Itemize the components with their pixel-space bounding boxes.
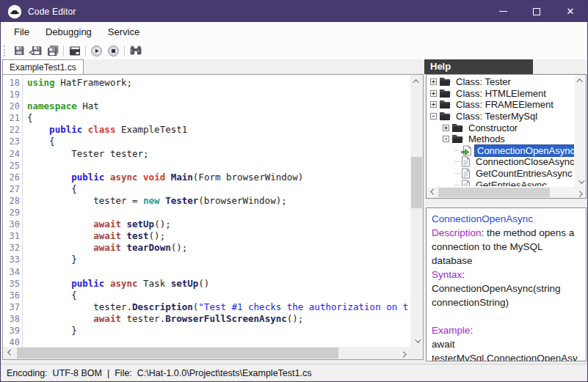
tree-item-label[interactable]: Class: FRAMEElement	[454, 99, 556, 110]
code-line: Tester tester;	[27, 148, 410, 160]
tree-item-label[interactable]: GetCountEntriesAsync	[473, 168, 574, 179]
description-line: Example:	[432, 323, 581, 337]
menubar: FileDebuggingService	[1, 22, 587, 42]
tree-item[interactable]: GetEntriesAsync	[427, 179, 574, 186]
editor-vertical-scrollbar[interactable]	[410, 75, 423, 347]
encoding-label: Encoding:	[7, 368, 48, 378]
main-area: 1819202122232425262728293031323334353637…	[1, 74, 587, 364]
file-path: C:\Hat-1.0.0\Project\tests\ExampleTest1.…	[137, 368, 312, 378]
close-button[interactable]: ✕	[553, 1, 587, 22]
menu-item-service[interactable]: Service	[100, 23, 148, 41]
scroll-down-button[interactable]	[410, 334, 423, 347]
tree-item-label[interactable]: Class: TesterMySql	[454, 111, 540, 122]
tree-horizontal-scroll-thumb[interactable]	[438, 188, 550, 197]
collapse-icon[interactable]: -	[430, 113, 437, 120]
tree-item-label[interactable]: Constructor	[466, 122, 520, 133]
tree-item[interactable]: +Class: HTMLElement	[427, 88, 574, 100]
code-surface[interactable]: 1819202122232425262728293031323334353637…	[3, 75, 410, 347]
save-all-icon[interactable]	[44, 43, 61, 59]
line-number: 28	[3, 195, 20, 207]
code-line: public async Task setUp()	[27, 278, 410, 290]
app-hat-icon	[7, 4, 22, 19]
scroll-right-button[interactable]	[398, 347, 410, 359]
tree-vertical-scrollbar[interactable]	[575, 75, 586, 187]
code-lines: using HatFramework; namespace Hat{ publi…	[23, 75, 410, 347]
tree-connector	[455, 150, 460, 151]
expand-icon[interactable]: +	[430, 101, 437, 108]
tree-item[interactable]: +Class: FRAMEElement	[427, 99, 574, 111]
description-line: testerMySql.ConnectionOpenAsync("server=	[432, 351, 581, 361]
folder-icon	[439, 89, 451, 98]
save-icon[interactable]	[10, 43, 27, 59]
code-line: {	[27, 290, 410, 301]
line-number: 21	[3, 112, 20, 124]
tree-item-label[interactable]: GetEntriesAsync	[473, 180, 549, 186]
chevron-right-icon	[576, 191, 582, 196]
expand-icon[interactable]: +	[430, 78, 437, 85]
code-line: }	[27, 325, 410, 337]
code-line: tester.Description("Test #1 checks the a…	[27, 301, 410, 313]
description-line: Syntax: ConnectionOpenAsync(string conne…	[432, 268, 581, 309]
description-line: Description: the method opens a connecti…	[432, 226, 581, 268]
line-number: 36	[3, 290, 20, 301]
expand-icon[interactable]: +	[430, 90, 437, 97]
stop-icon[interactable]	[105, 43, 122, 59]
horizontal-scroll-thumb[interactable]	[17, 348, 338, 359]
folder-icon	[439, 77, 451, 87]
line-number: 30	[3, 218, 20, 230]
minimize-button[interactable]	[486, 1, 520, 22]
tree-item-label[interactable]: Methods	[466, 133, 507, 144]
line-number: 34	[3, 266, 20, 278]
line-number: 18	[3, 77, 20, 89]
tab-exampletest1[interactable]: ExampleTest1.cs	[2, 59, 84, 74]
tree-item[interactable]: -Methods	[427, 133, 574, 145]
tree-connector	[455, 161, 460, 162]
folder-icon	[439, 100, 451, 109]
toolbar-grip[interactable]	[4, 45, 7, 56]
tab-row: ExampleTest1.cs Help	[1, 59, 587, 74]
code-line: await setUp();	[27, 218, 410, 230]
tree-item[interactable]: ConnectionOpenAsync	[427, 145, 574, 157]
scrollbar-corner	[410, 347, 423, 359]
menu-item-file[interactable]: File	[6, 23, 37, 41]
encoding-value: UTF-8 BOM	[53, 368, 102, 378]
maximize-button[interactable]	[520, 1, 553, 22]
tree-item-label[interactable]: ConnectionOpenAsync	[475, 145, 574, 156]
code-line: await test();	[27, 230, 410, 242]
vertical-scroll-thumb[interactable]	[411, 157, 422, 208]
tree-horizontal-scrollbar[interactable]	[427, 187, 586, 198]
tree-item[interactable]: +Constructor	[427, 122, 574, 133]
tree-scroll-down-button[interactable]	[575, 176, 586, 187]
browser-window-icon[interactable]	[66, 43, 83, 59]
folder-icon	[451, 134, 463, 144]
collapse-icon[interactable]: -	[443, 136, 449, 142]
tree-item[interactable]: ConnectionCloseAsync	[427, 156, 574, 168]
tree-item[interactable]: +Class: Tester	[427, 76, 574, 88]
line-number: 26	[3, 172, 20, 183]
tree-item-label[interactable]: Class: HTMLElement	[454, 88, 548, 99]
run-icon[interactable]	[88, 43, 105, 59]
help-panel-tab[interactable]: Help	[424, 59, 533, 74]
tree-scroll-right-button[interactable]	[575, 187, 586, 198]
help-tree-box: +Class: Tester+Class: HTMLElement+Class:…	[426, 74, 587, 199]
tree-item[interactable]: GetCountEntriesAsync	[427, 168, 574, 180]
chevron-down-icon	[578, 177, 584, 183]
editor-horizontal-scrollbar[interactable]	[3, 347, 410, 359]
expand-icon[interactable]: +	[443, 125, 449, 131]
scroll-left-button[interactable]	[3, 347, 15, 359]
line-number: 29	[3, 207, 20, 218]
tree-item[interactable]: -Class: TesterMySql	[427, 111, 574, 122]
tree-item-label[interactable]: Class: Tester	[454, 76, 513, 87]
tree-scroll-left-button[interactable]	[427, 187, 438, 198]
tree-item-label[interactable]: ConnectionCloseAsync	[473, 156, 574, 167]
scroll-up-button[interactable]	[410, 75, 423, 87]
chevron-down-icon	[415, 337, 421, 342]
tree-scroll-up-button[interactable]	[575, 75, 586, 86]
line-number: 32	[3, 242, 20, 254]
line-number: 35	[3, 278, 20, 290]
doc-icon	[461, 168, 471, 179]
save-as-icon[interactable]	[27, 43, 44, 59]
menu-item-debugging[interactable]: Debugging	[37, 23, 100, 41]
find-icon[interactable]	[127, 43, 144, 59]
help-panel: +Class: Tester+Class: HTMLElement+Class:…	[426, 74, 587, 364]
